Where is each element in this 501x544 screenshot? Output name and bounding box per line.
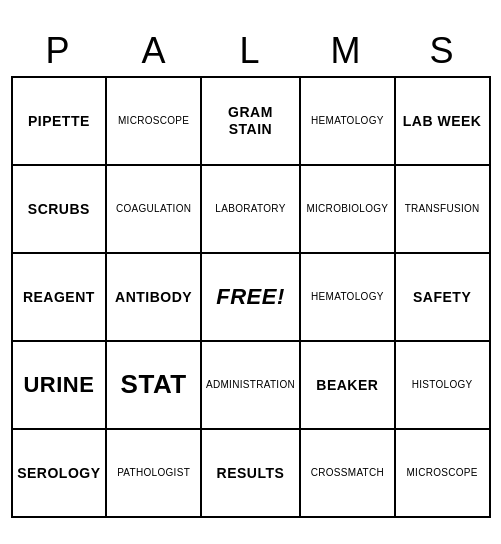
cell-text-2: GRAM STAIN <box>206 104 295 138</box>
bingo-cell-19: HISTOLOGY <box>396 342 491 430</box>
cell-text-11: ANTIBODY <box>115 289 192 306</box>
bingo-cell-18: BEAKER <box>301 342 396 430</box>
bingo-cell-11: ANTIBODY <box>107 254 202 342</box>
bingo-cell-24: MICROSCOPE <box>396 430 491 518</box>
cell-text-3: HEMATOLOGY <box>311 115 384 127</box>
cell-text-9: TRANSFUSION <box>405 203 480 215</box>
bingo-cell-14: SAFETY <box>396 254 491 342</box>
header-p: P <box>11 26 107 76</box>
cell-text-19: HISTOLOGY <box>412 379 473 391</box>
bingo-cell-6: COAGULATION <box>107 166 202 254</box>
bingo-cell-2: GRAM STAIN <box>202 78 301 166</box>
cell-text-1: MICROSCOPE <box>118 115 189 127</box>
cell-text-17: ADMINISTRATION <box>206 379 295 391</box>
header-s: S <box>395 26 491 76</box>
cell-text-6: COAGULATION <box>116 203 191 215</box>
bingo-cell-12: Free! <box>202 254 301 342</box>
cell-text-18: BEAKER <box>316 377 378 394</box>
bingo-cell-4: LAB WEEK <box>396 78 491 166</box>
header-a: A <box>107 26 203 76</box>
cell-text-12: Free! <box>216 284 285 310</box>
cell-text-0: PIPETTE <box>28 113 90 130</box>
cell-text-21: PATHOLOGIST <box>117 467 190 479</box>
cell-text-10: REAGENT <box>23 289 95 306</box>
cell-text-5: SCRUBS <box>28 201 90 218</box>
bingo-cell-17: ADMINISTRATION <box>202 342 301 430</box>
cell-text-16: STAT <box>121 369 187 400</box>
cell-text-20: SEROLOGY <box>17 465 100 482</box>
bingo-cell-1: MICROSCOPE <box>107 78 202 166</box>
bingo-cell-23: CROSSMATCH <box>301 430 396 518</box>
bingo-cell-7: LABORATORY <box>202 166 301 254</box>
bingo-cell-0: PIPETTE <box>13 78 108 166</box>
bingo-cell-16: STAT <box>107 342 202 430</box>
bingo-cell-21: PATHOLOGIST <box>107 430 202 518</box>
bingo-cell-3: HEMATOLOGY <box>301 78 396 166</box>
bingo-header: P A L M S <box>11 26 491 76</box>
cell-text-23: CROSSMATCH <box>311 467 384 479</box>
bingo-cell-20: SEROLOGY <box>13 430 108 518</box>
cell-text-22: RESULTS <box>217 465 285 482</box>
bingo-card: P A L M S PIPETTEMICROSCOPEGRAM STAINHEM… <box>11 26 491 518</box>
cell-text-14: SAFETY <box>413 289 471 306</box>
cell-text-15: URINE <box>23 372 94 398</box>
header-m: M <box>299 26 395 76</box>
cell-text-7: LABORATORY <box>215 203 285 215</box>
bingo-cell-9: TRANSFUSION <box>396 166 491 254</box>
bingo-cell-15: URINE <box>13 342 108 430</box>
bingo-grid: PIPETTEMICROSCOPEGRAM STAINHEMATOLOGYLAB… <box>11 76 491 518</box>
bingo-cell-10: REAGENT <box>13 254 108 342</box>
bingo-cell-5: SCRUBS <box>13 166 108 254</box>
cell-text-4: LAB WEEK <box>403 113 482 130</box>
cell-text-24: MICROSCOPE <box>406 467 477 479</box>
header-l: L <box>203 26 299 76</box>
bingo-cell-8: MICROBIOLOGY <box>301 166 396 254</box>
bingo-cell-22: RESULTS <box>202 430 301 518</box>
bingo-cell-13: HEMATOLOGY <box>301 254 396 342</box>
cell-text-8: MICROBIOLOGY <box>306 203 388 215</box>
cell-text-13: HEMATOLOGY <box>311 291 384 303</box>
